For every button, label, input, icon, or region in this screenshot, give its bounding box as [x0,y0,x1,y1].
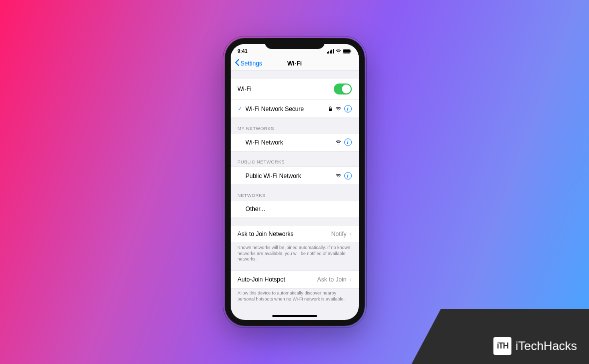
content[interactable]: Wi-Fi ✓ Wi-Fi Network Secure i [231,71,359,320]
wifi-toggle-label: Wi-Fi [238,86,252,92]
wifi-icon [335,174,341,178]
svg-rect-3 [331,50,332,54]
public-network-row[interactable]: Public Wi-Fi Network i [231,166,359,185]
nav-bar: Settings Wi-Fi [231,56,359,71]
wifi-icon [335,140,341,144]
svg-rect-4 [333,49,334,54]
home-indicator[interactable] [272,315,317,317]
chevron-left-icon [235,59,240,68]
section-header-networks: NETWORKS [231,185,359,200]
page-title: Wi-Fi [287,60,302,67]
svg-rect-6 [343,50,350,52]
network-name: Wi-Fi Network [246,139,283,146]
watermark: iTH iTechHacks [419,309,589,364]
autojoin-hotspot-row[interactable]: Auto-Join Hotspot Ask to Join › [231,270,359,288]
screen: 9:41 Settings Wi-Fi [231,44,359,320]
svg-rect-8 [329,108,332,111]
ask-join-footer: Known networks will be joined automatica… [231,243,359,268]
checkmark-icon: ✓ [238,106,243,112]
autojoin-footer: Allow this device to automatically disco… [231,288,359,307]
battery-icon [343,49,352,54]
other-network-row[interactable]: Other... [231,200,359,218]
info-button[interactable]: i [344,105,352,112]
info-button[interactable]: i [344,172,352,180]
autojoin-label: Auto-Join Hotspot [238,276,285,283]
phone-frame: 9:41 Settings Wi-Fi [225,38,365,326]
my-network-row[interactable]: Wi-Fi Network i [231,133,359,152]
ask-join-row[interactable]: Ask to Join Networks Notify › [231,225,359,243]
svg-rect-1 [328,51,329,54]
status-right [327,49,352,54]
back-label: Settings [241,60,262,67]
watermark-text: iTechHacks [515,339,577,353]
wifi-status-icon [335,49,341,54]
wifi-icon [335,106,341,111]
info-button[interactable]: i [344,138,352,146]
connected-network-name: Wi-Fi Network Secure [246,106,304,112]
section-header-public: PUBLIC NETWORKS [231,152,359,166]
chevron-right-icon: › [350,276,352,283]
connected-network-row[interactable]: ✓ Wi-Fi Network Secure i [231,100,359,118]
svg-rect-0 [327,52,328,54]
back-button[interactable]: Settings [235,59,262,68]
autojoin-value: Ask to Join [317,276,347,283]
chevron-right-icon: › [350,230,352,238]
ask-join-value: Notify [331,230,347,238]
lock-icon [328,106,332,112]
other-label: Other... [246,206,265,212]
wifi-toggle-row[interactable]: Wi-Fi [231,78,359,100]
section-header-my: MY NETWORKS [231,118,359,133]
wifi-toggle[interactable] [334,84,352,94]
network-name: Public Wi-Fi Network [246,172,301,180]
status-time: 9:41 [238,48,248,54]
svg-rect-2 [330,50,331,54]
svg-rect-7 [350,50,351,52]
notch [265,38,325,49]
watermark-logo: iTH [493,337,511,355]
ask-join-label: Ask to Join Networks [238,230,294,238]
cellular-icon [327,49,334,54]
